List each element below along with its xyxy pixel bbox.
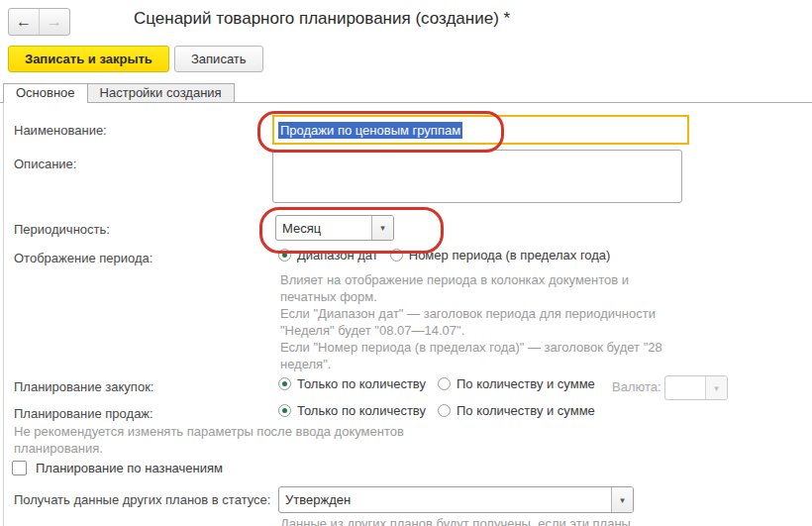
- tabbar: Основное Настройки создания: [3, 83, 235, 103]
- radio-option-date-range[interactable]: Диапазон дат: [278, 248, 378, 263]
- currency-select[interactable]: ▾: [664, 375, 728, 400]
- sales-planning-label: Планирование продаж:: [14, 406, 153, 421]
- sales-planning-radio-group: Только по количеству По количеству и сум…: [278, 403, 595, 418]
- history-nav: ← →: [8, 8, 70, 36]
- save-button[interactable]: Записать: [174, 46, 263, 72]
- other-plans-status-label: Получать данные других планов в статусе:: [14, 492, 270, 507]
- radio-option-label: По количеству и сумме: [457, 403, 595, 418]
- window: ← → Сценарий товарного планирования (соз…: [0, 0, 812, 526]
- radio-option-qty-and-sum[interactable]: По количеству и сумме: [438, 376, 595, 391]
- purchase-planning-label: Планирование закупок:: [14, 379, 153, 394]
- currency-value: [665, 376, 705, 399]
- radio-option-label: Номер периода (в пределах года): [409, 248, 611, 263]
- currency-dropdown-button[interactable]: ▾: [705, 376, 727, 399]
- warning-text: Не рекомендуется изменять параметры посл…: [14, 423, 489, 457]
- assignments-checkbox-label: Планирование по назначениям: [36, 461, 223, 475]
- chevron-down-icon: ▾: [714, 383, 719, 393]
- radio-option-label: По количеству и сумме: [457, 376, 595, 391]
- periodicity-label: Периодичность:: [14, 222, 110, 237]
- radio-icon: [278, 377, 291, 390]
- purchase-planning-radio-group: Только по количеству По количеству и сум…: [278, 376, 595, 391]
- forward-button[interactable]: →: [39, 9, 69, 35]
- periodicity-select[interactable]: Месяц ▾: [275, 215, 394, 241]
- assignments-checkbox-row[interactable]: Планирование по назначениям: [12, 461, 223, 475]
- radio-icon: [278, 249, 291, 262]
- name-input[interactable]: Продажи по ценовым группам: [272, 115, 689, 145]
- radio-icon: [390, 249, 403, 262]
- radio-option-qty-only[interactable]: Только по количеству: [278, 376, 426, 391]
- radio-option-label: Только по количеству: [297, 403, 426, 418]
- radio-option-qty-only[interactable]: Только по количеству: [278, 403, 426, 418]
- description-textarea[interactable]: [272, 150, 682, 203]
- radio-option-label: Диапазон дат: [297, 248, 378, 263]
- description-label: Описание:: [14, 157, 76, 171]
- content-left-border: [3, 103, 4, 526]
- tab-creation-settings[interactable]: Настройки создания: [88, 83, 235, 102]
- other-plans-status-select[interactable]: Утвержден ▾: [278, 486, 634, 513]
- checkbox-icon: [12, 461, 27, 475]
- other-plans-status-value: Утвержден: [279, 487, 611, 512]
- radio-option-period-number[interactable]: Номер периода (в пределах года): [390, 248, 611, 263]
- period-display-radio-group: Диапазон дат Номер периода (в пределах г…: [278, 248, 610, 263]
- radio-option-qty-and-sum[interactable]: По количеству и сумме: [438, 403, 595, 418]
- back-arrow-icon: ←: [16, 13, 32, 31]
- save-and-close-button[interactable]: Записать и закрыть: [8, 46, 169, 72]
- period-display-label: Отображение периода:: [14, 251, 152, 265]
- back-button[interactable]: ←: [9, 9, 39, 35]
- radio-option-label: Только по количеству: [297, 376, 426, 391]
- other-plans-help: Данные из других планов будут получены, …: [280, 515, 706, 526]
- tab-main[interactable]: Основное: [3, 83, 88, 103]
- forward-arrow-icon: →: [47, 13, 62, 31]
- currency-label: Валюта:: [612, 379, 661, 394]
- chevron-down-icon: ▾: [620, 495, 625, 505]
- radio-icon: [438, 377, 451, 390]
- radio-icon: [438, 404, 451, 417]
- name-input-selected-text: Продажи по ценовым группам: [278, 122, 462, 139]
- periodicity-dropdown-button[interactable]: ▾: [371, 216, 393, 240]
- period-display-help: Влияет на отображение периода в колонках…: [280, 271, 700, 372]
- page-title: Сценарий товарного планирования (создани…: [134, 9, 510, 29]
- periodicity-value: Месяц: [276, 216, 371, 240]
- radio-icon: [278, 404, 291, 417]
- chevron-down-icon: ▾: [380, 223, 385, 233]
- other-plans-status-dropdown-button[interactable]: ▾: [611, 487, 633, 512]
- name-label: Наименование:: [14, 123, 107, 138]
